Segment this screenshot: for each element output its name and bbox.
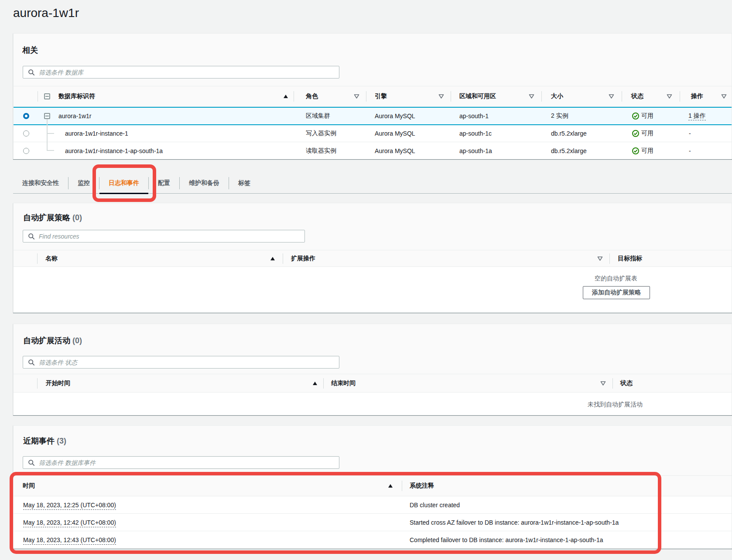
- sort-icon[interactable]: [600, 381, 606, 386]
- policies-filter-box: [23, 230, 305, 242]
- cell-action-dropdown[interactable]: 1 操作: [688, 112, 706, 120]
- cell-size: db.r5.2xlarge: [551, 130, 587, 137]
- cell-size: 2 实例: [551, 112, 568, 120]
- db-link-writer[interactable]: aurora-1w1r-instance-1: [65, 130, 128, 137]
- events-table-header: 时间 系统注释: [14, 475, 732, 496]
- scaling-activities-card: 自动扩展活动 (0) 开始时间 结束时间 状态 未找到自动扩展活动: [13, 324, 732, 415]
- db-table-header: 数据库标识符 角色 引擎 区域和可用区 大小 状态 操作: [14, 86, 732, 107]
- tab-tags[interactable]: 标签: [229, 173, 260, 193]
- recent-events-title: 近期事件 (3): [23, 437, 732, 445]
- db-link-reader[interactable]: aurora-1w1r-instance-1-ap-south-1a: [65, 147, 163, 154]
- cell-role: 读取器实例: [306, 147, 336, 155]
- event-note: Started cross AZ failover to DB instance…: [410, 519, 619, 526]
- tab-configuration[interactable]: 配置: [149, 173, 179, 193]
- tab-connectivity-security[interactable]: 连接和安全性: [13, 173, 68, 193]
- col-time[interactable]: 时间: [23, 482, 35, 490]
- tab-monitoring[interactable]: 监控: [68, 173, 99, 193]
- page-title: aurora-1w1r: [13, 5, 79, 21]
- policies-filter-input[interactable]: [23, 233, 304, 240]
- sort-icon-status[interactable]: [667, 94, 672, 99]
- cell-status: 可用: [632, 112, 653, 120]
- main-content: 相关 数据库标识符 角色 引擎 区域和可用区 大: [13, 33, 732, 549]
- event-time[interactable]: May 18, 2023, 12:42 (UTC+08:00): [23, 519, 116, 526]
- scaling-activities-title: 自动扩展活动 (0): [23, 336, 732, 345]
- activities-filter-box: [23, 356, 339, 369]
- related-title: 相关: [22, 46, 732, 55]
- col-region-az[interactable]: 区域和可用区: [459, 92, 496, 100]
- cell-engine: Aurora MySQL: [375, 130, 415, 137]
- event-row: May 18, 2023, 12:25 (UTC+08:00) DB clust…: [14, 496, 732, 514]
- event-time[interactable]: May 18, 2023, 12:25 (UTC+08:00): [23, 502, 116, 509]
- event-row: May 18, 2023, 12:43 (UTC+08:00) Complete…: [14, 531, 732, 549]
- tree-connector-reader: [47, 150, 54, 151]
- status-available-icon: [632, 147, 639, 154]
- policies-empty-state: 空的自动扩展表 添加自动扩展策略: [14, 267, 732, 313]
- col-db-identifier[interactable]: 数据库标识符: [58, 92, 95, 100]
- scaling-policies-count: (0): [72, 213, 82, 222]
- scaling-policies-card: 自动扩展策略 (0) 名称 扩展操作 目标指标 空的自动扩展表 添加自动扩展策略: [13, 203, 732, 313]
- col-scaling-action[interactable]: 扩展操作: [291, 255, 315, 263]
- event-note: Completed failover to DB instance: auror…: [410, 536, 603, 543]
- cell-engine: Aurora MySQL: [375, 147, 415, 154]
- col-status[interactable]: 状态: [631, 92, 643, 100]
- table-row-cluster[interactable]: aurora-1w1r 区域集群 Aurora MySQL ap-south-1…: [14, 107, 732, 125]
- sort-icon-role[interactable]: [354, 94, 359, 99]
- radio-unselected[interactable]: [23, 148, 29, 154]
- col-start-time[interactable]: 开始时间: [46, 379, 70, 387]
- sort-asc-icon[interactable]: [388, 484, 393, 488]
- activities-filter-input[interactable]: [23, 359, 339, 366]
- scaling-activities-count: (0): [72, 336, 82, 345]
- sort-icon-size[interactable]: [609, 94, 614, 99]
- events-filter-box: [23, 456, 339, 469]
- collapse-all-icon[interactable]: [44, 93, 50, 99]
- tree-connector-vertical: [47, 119, 48, 151]
- radio-unselected[interactable]: [23, 130, 29, 137]
- sort-icon-action[interactable]: [721, 94, 727, 99]
- recent-events-card: 近期事件 (3) 时间 系统注释 May 18, 2023, 12:25 (UT…: [13, 425, 732, 549]
- events-filter-input[interactable]: [23, 459, 339, 466]
- col-engine[interactable]: 引擎: [375, 92, 387, 100]
- related-card-header: 相关 数据库标识符 角色 引擎 区域和可用区 大: [14, 34, 732, 159]
- cell-action: -: [689, 130, 691, 137]
- tab-logs-events[interactable]: 日志和事件: [99, 173, 148, 193]
- tree-connector-writer: [47, 133, 54, 134]
- activities-empty-state: 未找到自动扩展活动: [14, 393, 732, 415]
- sort-asc-icon[interactable]: [283, 94, 288, 99]
- col-activity-status[interactable]: 状态: [620, 379, 633, 387]
- sort-asc-icon[interactable]: [312, 381, 318, 386]
- col-target-metric[interactable]: 目标指标: [618, 255, 642, 263]
- col-action[interactable]: 操作: [691, 92, 703, 100]
- collapse-row-icon[interactable]: [44, 113, 50, 119]
- col-name[interactable]: 名称: [45, 255, 58, 263]
- status-available-icon: [632, 130, 639, 137]
- detail-tabs: 连接和安全性 监控 日志和事件 配置 维护和备份 标签: [13, 173, 732, 194]
- add-scaling-policy-button[interactable]: 添加自动扩展策略: [583, 286, 650, 299]
- table-row-reader[interactable]: aurora-1w1r-instance-1-ap-south-1a 读取器实例…: [14, 142, 732, 159]
- cell-engine: Aurora MySQL: [375, 113, 415, 120]
- col-system-notes[interactable]: 系统注释: [410, 482, 434, 490]
- tab-maintenance-backups[interactable]: 维护和备份: [180, 173, 229, 193]
- status-available-icon: [632, 113, 639, 120]
- cell-size: db.r5.2xlarge: [551, 147, 587, 154]
- cell-action: -: [689, 147, 691, 154]
- recent-events-count: (3): [57, 437, 66, 445]
- search-icon: [28, 69, 35, 76]
- col-size[interactable]: 大小: [551, 92, 563, 100]
- sort-icon-engine[interactable]: [438, 94, 444, 99]
- search-icon: [28, 459, 35, 466]
- sort-asc-icon[interactable]: [270, 256, 275, 261]
- table-row-writer[interactable]: aurora-1w1r-instance-1 写入器实例 Aurora MySQ…: [14, 125, 732, 142]
- sort-icon-region[interactable]: [529, 94, 534, 99]
- col-role[interactable]: 角色: [306, 92, 318, 100]
- db-filter-input[interactable]: [23, 69, 339, 76]
- col-end-time[interactable]: 结束时间: [331, 379, 356, 387]
- event-time[interactable]: May 18, 2023, 12:43 (UTC+08:00): [23, 536, 116, 543]
- cell-status: 可用: [632, 130, 653, 137]
- event-row: May 18, 2023, 12:42 (UTC+08:00) Started …: [14, 514, 732, 531]
- radio-selected[interactable]: [23, 113, 29, 119]
- search-icon: [28, 359, 35, 366]
- sort-icon[interactable]: [597, 256, 603, 261]
- db-link-cluster[interactable]: aurora-1w1r: [58, 113, 91, 120]
- activities-empty-text: 未找到自动扩展活动: [588, 401, 643, 409]
- scaling-policies-title: 自动扩展策略 (0): [23, 213, 732, 222]
